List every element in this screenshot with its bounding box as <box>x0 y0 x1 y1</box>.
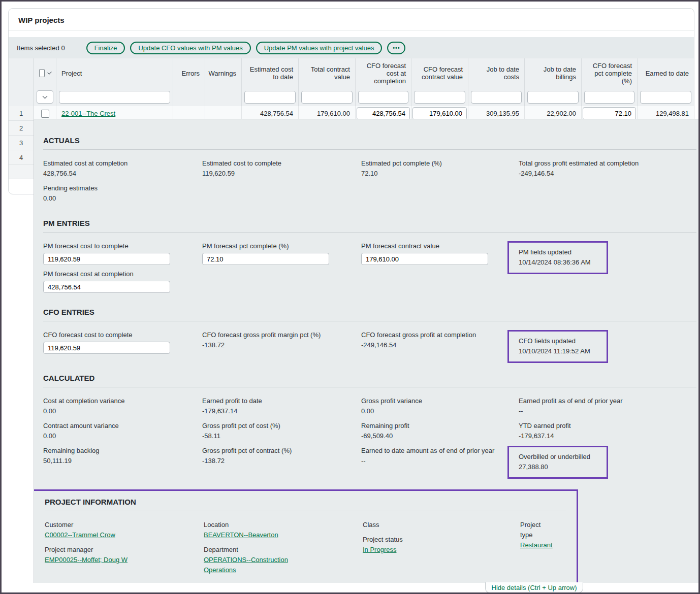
actuals-section: ACTUALS Estimated cost at completion 428… <box>43 136 698 208</box>
earned-profit-to-date-field: Earned profit to date -179,637.14 <box>202 396 274 416</box>
column-header-cfo-forecast-cost-at-completion: CFO forecast cost at completion <box>356 58 411 88</box>
row-number-empty <box>9 165 34 179</box>
filter-estimated-cost-cell <box>242 88 299 106</box>
cfo-gross-profit-at-completion-field: CFO forecast gross profit at completion … <box>361 330 488 350</box>
overbilled-underbilled-label: Overbilled or underbilled <box>519 452 600 462</box>
estimated-pct-complete-field: Estimated pct complete (%) 72.10 <box>361 158 454 179</box>
cfo-fields-updated-annotation: CFO fields updated 10/10/2024 11:19:52 A… <box>507 330 608 363</box>
total-contract-filter-input[interactable] <box>301 91 353 104</box>
filter-pct-complete-cell <box>582 88 638 106</box>
pct-complete-filter-input[interactable] <box>584 91 634 104</box>
cfo-fields-updated-value: 10/10/2024 11:19:52 AM <box>519 346 600 356</box>
selection-dropdown-button[interactable] <box>37 90 53 104</box>
cfo-cost-to-complete-field: CFO forecast cost to complete <box>43 330 182 354</box>
update-pm-values-button[interactable]: Update PM values with project values <box>256 42 383 54</box>
finalize-button[interactable]: Finalize <box>86 42 125 54</box>
remaining-backlog-field: Remaining backlog 50,111.19 <box>43 446 112 466</box>
cfo-contract-filter-input[interactable] <box>414 91 465 104</box>
customer-link[interactable]: C00002--Trammel Crow <box>45 531 115 539</box>
grid-toolbar: Items selected 0 Finalize Update CFO val… <box>9 37 694 58</box>
title-divider <box>9 30 694 30</box>
earned-filter-input[interactable] <box>640 91 691 104</box>
ytd-earned-profit-field: YTD earned profit -179,637.14 <box>519 421 583 441</box>
pm-fields-updated-annotation: PM fields updated 10/14/2024 08:36:36 AM <box>507 241 608 274</box>
project-link[interactable]: 22-001--The Crest <box>61 110 115 117</box>
table-filter-row <box>9 88 694 106</box>
row-number: 4 <box>9 150 34 165</box>
department-link[interactable]: OPERATIONS--Construction Operations <box>204 556 288 574</box>
location-link[interactable]: BEAVERTON--Beaverton <box>204 531 278 539</box>
calculated-section: CALCULATED Cost at completion variance 0… <box>43 374 698 479</box>
jtd-billings-filter-input[interactable] <box>527 91 579 104</box>
filter-jtd-costs-cell <box>468 88 525 106</box>
earned-profit-prior-year-field: Earned profit as of end of prior year -- <box>519 396 635 416</box>
pm-cost-at-completion-input[interactable] <box>43 281 170 293</box>
items-selected-count: Items selected 0 <box>17 44 65 52</box>
pm-contract-value-input[interactable] <box>361 253 488 265</box>
select-all-checkbox[interactable] <box>39 69 45 77</box>
department-field: Department OPERATIONS--Construction Oper… <box>204 545 308 575</box>
estimated-cost-at-completion-field: Estimated cost at completion 428,756.54 <box>43 158 140 179</box>
chevron-down-icon[interactable] <box>47 70 51 74</box>
column-header-cfo-forecast-contract-value: CFO forecast contract value <box>411 58 468 88</box>
overbilled-underbilled-value: 27,388.80 <box>519 462 600 472</box>
cfo-cost-to-complete-input[interactable] <box>43 342 170 354</box>
row-checkbox[interactable] <box>41 110 49 118</box>
class-field: Class <box>363 520 392 530</box>
project-information-section-title: PROJECT INFORMATION <box>45 498 566 511</box>
column-header-job-to-date-billings: Job to date billings <box>525 58 582 88</box>
filter-jtd-billings-cell <box>525 88 582 106</box>
cfo-entries-section-title: CFO ENTRIES <box>43 308 696 321</box>
location-field: Location BEAVERTON--Beaverton <box>204 520 291 540</box>
update-cfo-values-button[interactable]: Update CFO values with PM values <box>130 42 250 54</box>
cfo-entries-section: CFO ENTRIES CFO forecast cost to complet… <box>43 308 698 363</box>
calculated-section-title: CALCULATED <box>43 374 696 387</box>
select-all-header <box>34 58 56 88</box>
actuals-section-title: ACTUALS <box>43 136 696 150</box>
cfo-forecast-contract-input[interactable] <box>412 107 467 120</box>
filter-errors-cell <box>173 88 205 106</box>
row-number: 2 <box>9 121 34 136</box>
pm-fields-updated-value: 10/14/2024 08:36:36 AM <box>519 257 600 268</box>
remaining-profit-field: Remaining profit -69,509.40 <box>361 421 422 441</box>
table-header-row: Project Errors Warnings Estimated cost t… <box>9 58 694 88</box>
filter-select-cell <box>34 88 56 106</box>
column-header-warnings: Warnings <box>205 58 242 88</box>
more-actions-button[interactable]: ••• <box>387 42 405 54</box>
column-header-earned-to-date: Earned to date <box>638 58 694 88</box>
wip-projects-screen: WIP projects Items selected 0 Finalize U… <box>0 0 700 594</box>
page-title: WIP projects <box>9 9 694 30</box>
filter-total-contract-cell <box>299 88 356 106</box>
cfo-forecast-cost-input[interactable] <box>357 107 410 120</box>
customer-field: Customer C00002--Trammel Crow <box>45 520 128 540</box>
estimated-cost-to-complete-field: Estimated cost to complete 119,620.59 <box>202 158 294 179</box>
column-header-job-to-date-costs: Job to date costs <box>468 58 525 88</box>
project-type-link[interactable]: Restaurant <box>520 541 553 549</box>
column-header-project: Project <box>56 58 173 88</box>
filter-warnings-cell <box>205 88 242 106</box>
earned-to-date-prior-year-field: Earned to date amount as of end of prior… <box>361 446 506 466</box>
pm-contract-value-field: PM forecast contract value <box>361 241 500 265</box>
filter-cfo-contract-cell <box>411 88 468 106</box>
row-number-header <box>9 58 34 88</box>
estimated-cost-filter-input[interactable] <box>244 91 296 104</box>
cfo-pct-complete-input[interactable] <box>583 107 636 120</box>
filter-earned-cell <box>638 88 694 106</box>
pm-pct-complete-field: PM forecast pct complete (%) <box>202 241 341 265</box>
pm-cost-to-complete-field: PM forecast cost to complete <box>43 241 182 265</box>
cfo-gross-profit-margin-field: CFO forecast gross profit margin pct (%)… <box>202 330 333 350</box>
project-status-field: Project status In Progress <box>363 535 415 555</box>
project-filter-input[interactable] <box>59 91 170 104</box>
hide-details-tab[interactable]: Hide details (Ctrl + Up arrow) <box>485 582 583 593</box>
contract-amount-variance-field: Contract amount variance 0.00 <box>43 421 131 441</box>
jtd-costs-filter-input[interactable] <box>471 91 522 104</box>
project-manager-link[interactable]: EMP00025--Moffet; Doug W <box>45 556 128 564</box>
pm-entries-section: PM ENTRIES PM forecast cost to complete … <box>43 219 698 297</box>
pm-cost-at-completion-field: PM forecast cost at completion <box>43 269 182 293</box>
cost-at-completion-variance-field: Cost at completion variance 0.00 <box>43 396 137 416</box>
pm-pct-complete-input[interactable] <box>202 253 329 265</box>
project-status-link[interactable]: In Progress <box>363 546 396 553</box>
pm-cost-to-complete-input[interactable] <box>43 253 170 265</box>
cfo-cost-filter-input[interactable] <box>358 91 408 104</box>
gross-profit-variance-field: Gross profit variance 0.00 <box>361 396 434 416</box>
